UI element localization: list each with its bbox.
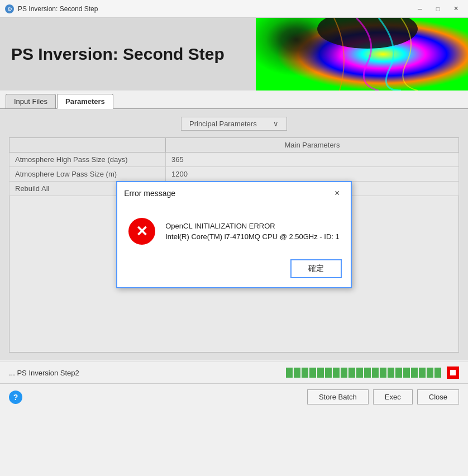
error-dialog: Error message × ✕ OpenCL INITIALIZATION …: [116, 181, 352, 288]
error-line-1: OpenCL INITIALIZATION ERROR: [165, 221, 340, 232]
tab-parameters[interactable]: Parameters: [57, 94, 113, 109]
progress-segment: [333, 368, 340, 378]
progress-segment: [434, 368, 441, 378]
progress-segment: [427, 368, 433, 378]
header-image: [256, 18, 468, 91]
title-bar: ⚙ PS Inversion: Second Step ─ □ ✕: [0, 0, 468, 18]
stop-button[interactable]: [447, 366, 459, 379]
tab-input-files[interactable]: Input Files: [6, 94, 56, 108]
modal-message: OpenCL INITIALIZATION ERROR Intel(R) Cor…: [165, 221, 340, 242]
modal-titlebar: Error message ×: [117, 182, 351, 204]
store-batch-button[interactable]: Store Batch: [307, 389, 369, 404]
modal-footer: 確定: [117, 254, 351, 287]
error-line-2: Intel(R) Core(TM) i7-4710MQ CPU @ 2.50GH…: [165, 231, 340, 242]
header-banner: PS Inversion: Second Step: [0, 18, 468, 91]
progress-segment: [348, 368, 355, 378]
svg-rect-5: [450, 370, 456, 375]
progress-segment: [388, 368, 394, 378]
help-button[interactable]: ?: [9, 391, 22, 404]
progress-area: ... PS Inversion Step2: [0, 361, 468, 383]
svg-text:⚙: ⚙: [7, 6, 12, 12]
progress-segment: [286, 368, 293, 378]
window-title: PS Inversion: Second Step: [18, 5, 98, 13]
svg-rect-4: [256, 18, 356, 91]
help-icon: ?: [13, 393, 18, 402]
window-controls: ─ □ ✕: [412, 3, 464, 15]
progress-segment: [309, 368, 316, 378]
main-area: Principal Parameters ∨ Main Parameters A…: [0, 109, 468, 360]
progress-bar: [286, 368, 441, 378]
progress-segment: [294, 368, 300, 378]
modal-close-button[interactable]: ×: [331, 187, 344, 200]
progress-segment: [325, 368, 332, 378]
progress-segment: [395, 368, 402, 378]
progress-segment: [302, 368, 308, 378]
maximize-button[interactable]: □: [430, 3, 446, 15]
progress-segment: [380, 368, 386, 378]
error-icon: ✕: [128, 218, 155, 245]
error-x-symbol: ✕: [136, 224, 148, 239]
progress-segment: [419, 368, 426, 378]
bottom-bar: ? Store Batch Exec Close: [0, 383, 468, 410]
modal-overlay: Error message × ✕ OpenCL INITIALIZATION …: [0, 109, 468, 360]
progress-segment: [356, 368, 363, 378]
progress-segment: [411, 368, 418, 378]
progress-segment: [403, 368, 410, 378]
tabs-bar: Input Files Parameters: [0, 91, 468, 109]
minimize-button[interactable]: ─: [412, 3, 428, 15]
close-icon: ×: [335, 188, 340, 198]
modal-body: ✕ OpenCL INITIALIZATION ERROR Intel(R) C…: [117, 204, 351, 254]
window-close-button[interactable]: ✕: [448, 3, 464, 15]
exec-button[interactable]: Exec: [373, 389, 413, 404]
app-icon: ⚙: [4, 4, 15, 14]
stop-icon: [449, 369, 457, 377]
progress-segment: [364, 368, 371, 378]
header-title: PS Inversion: Second Step: [0, 45, 225, 64]
confirm-button[interactable]: 確定: [290, 259, 342, 278]
close-button[interactable]: Close: [417, 389, 459, 404]
modal-title: Error message: [124, 189, 175, 198]
progress-segment: [372, 368, 379, 378]
progress-label: ... PS Inversion Step2: [9, 369, 280, 377]
progress-segment: [317, 368, 324, 378]
progress-segment: [341, 368, 347, 378]
